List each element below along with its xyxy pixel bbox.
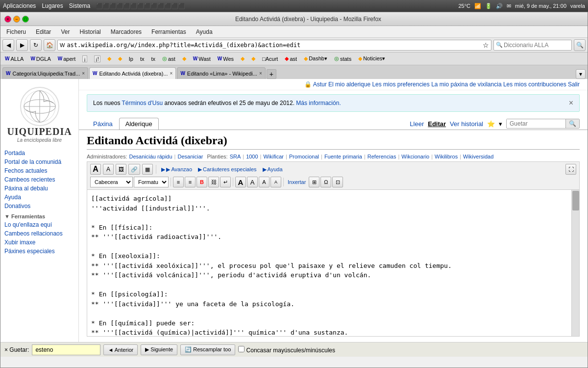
toolbar-text-small[interactable]: A xyxy=(259,177,270,187)
bookmark-ip[interactable]: Ip xyxy=(126,55,136,62)
search-button[interactable]: 🔍 xyxy=(574,39,586,51)
toolbar-table[interactable]: ⊞ xyxy=(309,177,319,187)
toolbar-link-btn[interactable]: 🔗 xyxy=(128,164,140,175)
menu-ficheru[interactable]: Ficheru xyxy=(2,27,30,36)
bookmark-tx1[interactable]: tx xyxy=(138,55,147,62)
admin-desaniciacion-link[interactable]: Desaniciáu rápidu xyxy=(129,154,172,159)
tab-alderique[interactable]: Alderique xyxy=(119,118,159,130)
toolbar-formula[interactable]: ⊡ xyxy=(332,177,343,187)
bookmark-acurt[interactable]: □Acurt xyxy=(260,55,280,62)
sidebar-item-cambeos[interactable]: Cambeos recientes xyxy=(4,175,74,184)
toolbar-ordered-list[interactable]: ≡ xyxy=(185,177,196,187)
user-salir-link[interactable]: Salir xyxy=(568,81,580,88)
bookmark-dot3[interactable]: ◆ xyxy=(180,55,189,62)
toolbar-unordered-list[interactable]: ≡ xyxy=(173,177,184,187)
sidebar-item-portada[interactable]: Portada xyxy=(4,149,74,158)
menu-ayuda[interactable]: Ayuda xyxy=(192,27,217,36)
user-vigilance-link[interactable]: La mio páxina de vixilancia xyxy=(431,81,501,88)
os-menu-sistema[interactable]: Sistema xyxy=(69,2,90,9)
user-preferences-link[interactable]: Les mios preferencies xyxy=(372,81,429,88)
user-alderique-link[interactable]: El mio alderique xyxy=(328,81,370,88)
toolbar-text-big[interactable]: A xyxy=(235,177,246,187)
scrollbar-thumb[interactable] xyxy=(572,191,579,210)
tab-paxina[interactable]: Páxina xyxy=(87,118,119,130)
toolbar-formatu-select[interactable]: Formatu xyxy=(134,177,169,187)
address-input[interactable] xyxy=(67,42,481,49)
star-icon[interactable]: ☆ xyxy=(483,41,489,49)
bookmark-excl1[interactable]: ¡ xyxy=(80,55,90,63)
toolbar-img-btn[interactable]: 🖼 xyxy=(116,164,126,175)
toolbar-inxertar[interactable]: Inxertar xyxy=(286,179,308,185)
bookmark-ast2[interactable]: ◆ast xyxy=(282,55,299,62)
bookmark-apert[interactable]: W apert xyxy=(55,55,78,62)
toolbar-text-xs[interactable]: A xyxy=(270,177,281,187)
new-tab-button[interactable]: + xyxy=(267,69,276,79)
tab-1[interactable]: W Categoría:Uiquipedia:Trad... × xyxy=(2,67,88,79)
sidebar-item-paxines-especiales[interactable]: Páxines especiales xyxy=(4,247,74,256)
tab-2[interactable]: W Editando Actividá (dixebra)... × xyxy=(89,67,176,79)
action-editar[interactable]: Editar xyxy=(428,120,446,128)
edit-textarea[interactable]: [[actividá agrícola]] '''actividad [[ind… xyxy=(87,190,579,336)
find-anterior-button[interactable]: ◄ Anterior xyxy=(103,344,138,355)
menu-marcadores[interactable]: Marcadores xyxy=(107,27,146,36)
bookmark-excl2[interactable]: ¡! xyxy=(92,55,103,63)
os-menu-lugares[interactable]: Lugares xyxy=(42,2,63,9)
bookmark-ast-circle[interactable]: ◎ast xyxy=(160,55,178,62)
tab-3[interactable]: W Editando «Lima» - Wikipedi... × xyxy=(177,67,265,79)
bookmark-dot5[interactable]: ◆ xyxy=(249,55,258,62)
sidebar-item-paxina-debalu[interactable]: Páxina al debalu xyxy=(4,184,74,193)
maximize-button[interactable]: □ xyxy=(22,16,29,23)
planties-1000-link[interactable]: 1000 xyxy=(246,154,258,159)
bookmark-wes[interactable]: WWes xyxy=(215,55,236,62)
sidebar-ferramientas-toggle[interactable]: ▼ Ferramientas xyxy=(4,210,74,220)
tab-close-2[interactable]: × xyxy=(170,71,173,76)
sidebar-item-lo-qu-enllaza[interactable]: Lo qu'enllaza equí xyxy=(4,220,74,229)
menu-ver[interactable]: Ver xyxy=(57,27,74,36)
scrollbar[interactable] xyxy=(571,190,579,336)
toolbar-avanzao-menu[interactable]: ▶ ▶ Avanzao xyxy=(159,166,194,173)
sidebar-item-xubir-imaxe[interactable]: Xubir imaxe xyxy=(4,238,74,247)
menu-historial[interactable]: Historial xyxy=(75,27,104,36)
bookmark-dot1[interactable]: ◆ xyxy=(105,55,114,62)
admin-desaniciar-link[interactable]: Desaniciar xyxy=(177,154,203,159)
action-ver-historial[interactable]: Ver historial xyxy=(450,120,483,128)
bookmark-dot2[interactable]: ◆ xyxy=(116,55,124,62)
user-contributions-link[interactable]: Les mios contribuciones xyxy=(503,81,566,88)
menu-ferramientas[interactable]: Ferramientas xyxy=(147,27,190,36)
tab-close-3[interactable]: × xyxy=(259,71,262,76)
bookmark-alla[interactable]: W ALLA xyxy=(2,55,26,62)
bookmark-tx2[interactable]: tx xyxy=(148,55,158,62)
bookmark-wast[interactable]: WWast xyxy=(191,55,213,62)
planties-wikiversidad-link[interactable]: Wikiversidad xyxy=(463,154,493,159)
tab-close-1[interactable]: × xyxy=(82,71,85,76)
sidebar-item-ayuda[interactable]: Ayuda xyxy=(4,193,74,202)
toolbar-chain[interactable]: ⛓ xyxy=(208,177,219,187)
user-astur-link[interactable]: Astur xyxy=(313,81,327,88)
action-lleer[interactable]: Lleer xyxy=(410,120,424,128)
close-button[interactable]: × xyxy=(4,16,11,23)
planties-promocional-link[interactable]: Promocional xyxy=(289,154,319,159)
toolbar-big-a[interactable]: A xyxy=(90,164,101,175)
toolbar-extra-btn[interactable]: ▦ xyxy=(142,164,153,175)
bookmark-stats[interactable]: ◎stats xyxy=(332,55,354,62)
forward-button[interactable]: ▶ xyxy=(16,39,28,51)
toolbar-cabecera-select[interactable]: Cabecera Cabecera 2 Cabecera 3 xyxy=(90,177,133,187)
dropdown-action-icon[interactable]: ▾ xyxy=(499,120,502,128)
toolbar-small-a[interactable]: A xyxy=(103,164,114,175)
planties-wikificar-link[interactable]: Wikificar xyxy=(263,154,284,159)
menu-editar[interactable]: Editar xyxy=(32,27,55,36)
sidebar-item-donativos[interactable]: Donativos xyxy=(4,202,74,210)
bookmark-dashb[interactable]: ◆Dashb▾ xyxy=(301,55,330,62)
tab-list-button[interactable]: ▾ xyxy=(576,69,586,79)
find-rescamplar-button[interactable]: 🔄 Rescamplar too xyxy=(180,344,235,355)
toolbar-text-med[interactable]: A xyxy=(247,177,258,187)
planties-referencias-link[interactable]: Referencias xyxy=(368,154,396,159)
toolbar-ayuda-menu[interactable]: ▶ Ayuda xyxy=(261,166,285,173)
bookmark-dgla[interactable]: W DGLA xyxy=(28,55,53,62)
minimize-button[interactable]: − xyxy=(13,16,20,23)
planties-wikilibros-link[interactable]: Wikilibros xyxy=(435,154,458,159)
search-input[interactable] xyxy=(504,42,567,49)
planties-wikcionario-link[interactable]: Wikcionario xyxy=(401,154,429,159)
toolbar-fullscreen[interactable]: ⛶ xyxy=(565,164,576,175)
bookmark-noticies[interactable]: ◆Noticies▾ xyxy=(356,55,388,62)
